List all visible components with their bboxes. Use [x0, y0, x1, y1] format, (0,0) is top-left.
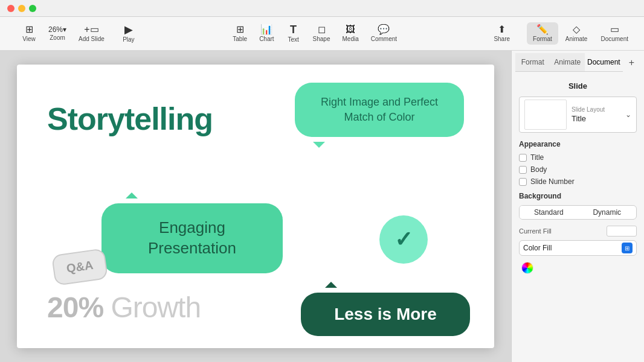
- dynamic-toggle-button[interactable]: Dynamic: [578, 206, 637, 219]
- shape-icon: ◻: [318, 25, 326, 34]
- slide-number-checkbox-label: Slide Number: [530, 177, 575, 186]
- toolbar-left-group: ⊞ View 26%▾ Zoom +▭ Add Slide: [10, 22, 117, 45]
- table-button[interactable]: ⊞ Table: [228, 22, 252, 45]
- document-tab-button[interactable]: ▭ Document: [594, 22, 634, 45]
- bubble-top-right-text: Right Image and Perfect Match of Color: [321, 96, 438, 123]
- right-panel: Format Animate Document + Slide Slide La…: [511, 51, 644, 362]
- tab-format[interactable]: Format: [515, 53, 550, 71]
- view-label: View: [22, 36, 36, 42]
- title-checkbox[interactable]: [519, 154, 527, 162]
- table-icon: ⊞: [236, 25, 244, 34]
- qa-text: Q&A: [66, 258, 94, 275]
- slide-number-checkbox-row: Slide Number: [519, 177, 637, 186]
- slide-area[interactable]: Storytelling Right Image and Perfect Mat…: [0, 51, 511, 362]
- tab-document[interactable]: Document: [585, 53, 623, 71]
- add-slide-icon: +▭: [84, 25, 98, 34]
- play-icon: ▶: [124, 24, 133, 35]
- qa-tag[interactable]: Q&A: [51, 248, 109, 286]
- chart-label: Chart: [259, 36, 274, 42]
- growth-text: Growth: [103, 291, 201, 323]
- traffic-lights: [7, 5, 36, 12]
- percent-bold: 20%: [47, 291, 103, 323]
- format-tab-button[interactable]: ✏️ Format: [527, 22, 558, 45]
- main-content: Storytelling Right Image and Perfect Mat…: [0, 51, 644, 362]
- checkmark-circle[interactable]: ✓: [379, 215, 428, 264]
- bubble-middle-text: Engaging Presentation: [148, 218, 236, 257]
- bubble-middle[interactable]: Engaging Presentation: [101, 203, 283, 273]
- appearance-heading: Appearance: [519, 140, 637, 148]
- slide-layout-area[interactable]: Slide Layout Title ⌄: [519, 97, 637, 133]
- toolbar-center-group: ⊞ Table 📊 Chart T Text ◻ Shape 🖼 Media 💬…: [221, 22, 409, 45]
- share-icon: ⬆: [498, 25, 506, 34]
- title-bar: [0, 0, 644, 17]
- view-button[interactable]: ⊞ View: [17, 22, 41, 45]
- comment-label: Comment: [371, 36, 397, 42]
- view-icon: ⊞: [25, 25, 33, 34]
- animate-label: Animate: [565, 36, 588, 42]
- slide-layout-info: Slide Layout Title: [567, 106, 625, 123]
- slide-number-checkbox[interactable]: [519, 178, 527, 186]
- color-wheel-icon[interactable]: [521, 262, 533, 274]
- color-fill-row[interactable]: Color Fill ⊞: [519, 240, 637, 256]
- animate-icon: ◇: [573, 25, 580, 34]
- bubble-bottom-right[interactable]: Less is More: [301, 293, 470, 336]
- slide-thumbnail: [524, 100, 567, 130]
- fullscreen-button[interactable]: [29, 5, 36, 12]
- play-group: ▶ Play: [117, 22, 141, 45]
- panel-body: Slide Slide Layout Title ⌄ Appearance Ti…: [512, 74, 644, 362]
- body-checkbox[interactable]: [519, 166, 527, 174]
- minimize-button[interactable]: [18, 5, 25, 12]
- tab-animate[interactable]: Animate: [550, 53, 584, 71]
- close-button[interactable]: [7, 5, 14, 12]
- panel-add-button[interactable]: +: [623, 54, 640, 72]
- layout-chevron-icon: ⌄: [625, 110, 631, 119]
- zoom-label-text: Zoom: [50, 34, 65, 41]
- bubble-bottom-text: Less is More: [334, 305, 437, 323]
- table-label: Table: [233, 36, 247, 42]
- background-heading: Background: [519, 192, 637, 200]
- bubble-top-right[interactable]: Right Image and Perfect Match of Color: [295, 83, 464, 137]
- title-checkbox-row: Title: [519, 153, 637, 162]
- media-icon: 🖼: [346, 25, 355, 34]
- share-button[interactable]: ⬆ Share: [489, 22, 515, 45]
- format-icon: ✏️: [536, 25, 549, 34]
- format-label: Format: [533, 36, 552, 42]
- chart-icon: 📊: [260, 25, 272, 34]
- slide-layout-value: Title: [572, 114, 625, 123]
- zoom-button[interactable]: 26%▾ Zoom: [43, 24, 71, 43]
- storytelling-text[interactable]: Storytelling: [47, 101, 213, 137]
- animate-tab-button[interactable]: ◇ Animate: [559, 22, 594, 45]
- current-fill-label: Current Fill: [519, 227, 552, 235]
- standard-toggle-button[interactable]: Standard: [520, 206, 578, 219]
- current-fill-row: Current Fill: [519, 226, 637, 237]
- body-checkbox-label: Body: [530, 165, 547, 174]
- text-label: Text: [288, 36, 298, 43]
- color-fill-icon: ⊞: [622, 243, 633, 253]
- color-wheel-row: [519, 261, 637, 275]
- text-button[interactable]: T Text: [282, 22, 306, 45]
- panel-tabs: Format Animate Document: [515, 53, 623, 72]
- background-toggle: Standard Dynamic: [519, 205, 637, 220]
- color-fill-label: Color Fill: [523, 244, 552, 252]
- zoom-icon: 26%▾: [48, 26, 66, 33]
- title-checkbox-label: Title: [530, 153, 544, 162]
- play-label: Play: [123, 36, 134, 43]
- percent-growth-text[interactable]: 20% Growth: [47, 291, 201, 324]
- play-button[interactable]: ▶ Play: [118, 22, 139, 45]
- comment-icon: 💬: [378, 25, 390, 34]
- panel-header-row: Format Animate Document +: [512, 51, 644, 74]
- document-icon: ▭: [610, 25, 619, 34]
- media-label: Media: [343, 36, 359, 42]
- document-label: Document: [601, 36, 628, 42]
- chart-button[interactable]: 📊 Chart: [254, 22, 279, 45]
- shape-button[interactable]: ◻ Shape: [308, 22, 335, 45]
- slide-panel-heading: Slide: [519, 81, 637, 91]
- shape-label: Shape: [313, 36, 330, 42]
- add-slide-button[interactable]: +▭ Add Slide: [74, 22, 109, 45]
- current-fill-box[interactable]: [607, 226, 637, 237]
- media-button[interactable]: 🖼 Media: [338, 22, 364, 45]
- text-icon: T: [290, 24, 297, 35]
- comment-button[interactable]: 💬 Comment: [366, 22, 402, 45]
- toolbar-right-group: ✏️ Format ◇ Animate ▭ Document: [527, 22, 634, 45]
- checkmark-icon: ✓: [394, 227, 413, 252]
